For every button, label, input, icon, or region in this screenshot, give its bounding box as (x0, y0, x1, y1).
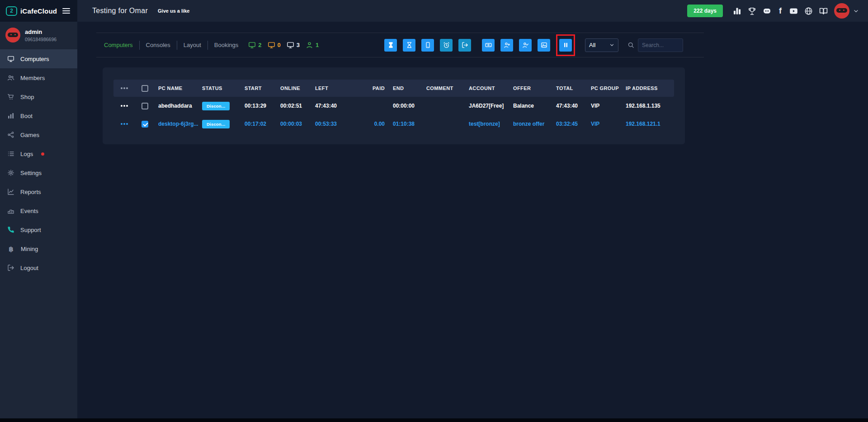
column-header-total: TOTAL (552, 85, 587, 91)
end-cell: 01:10:38 (389, 121, 423, 127)
pc-name-cell[interactable]: desktop-6j3rg... (155, 121, 198, 127)
sidebar-item-settings[interactable]: Settings (0, 163, 77, 182)
trophy-icon[interactable] (748, 7, 756, 15)
games-icon (7, 131, 14, 138)
brand-name: iCafeCloud (20, 7, 57, 15)
sidebar-item-label: Events (20, 208, 38, 214)
select-value: All (589, 42, 595, 48)
tab-separator (139, 41, 140, 50)
column-header-status: STATUS (198, 85, 241, 91)
pcs-in-use-counter[interactable]: 2 (248, 41, 261, 49)
main-content: Computers Consoles Layout Bookings 2 0 3 (77, 22, 868, 418)
cash-icon (485, 42, 492, 48)
table-row: desktop-6j3rg... Discon... 00:17:02 00:0… (113, 115, 674, 133)
youtube-icon[interactable] (789, 7, 798, 15)
days-remaining-button[interactable]: 222 days (687, 5, 723, 17)
row-checkbox[interactable] (142, 121, 148, 128)
counter-value: 1 (316, 42, 319, 48)
screenshot-button[interactable] (538, 39, 550, 52)
hamburger-menu-icon[interactable] (61, 6, 72, 15)
counter-value: 2 (258, 42, 261, 48)
sidebar-item-label: Shop (20, 94, 34, 100)
globe-icon[interactable] (804, 7, 813, 15)
sidebar-item-logs[interactable]: Logs (0, 144, 77, 163)
sidebar-item-label: Computers (20, 56, 49, 62)
discord-icon[interactable] (763, 7, 771, 15)
sidebar-item-boot[interactable]: Boot (0, 106, 77, 125)
tab-consoles[interactable]: Consoles (146, 42, 170, 48)
brand-logo-glyph: 2 (10, 8, 13, 14)
sidebar-item-games[interactable]: Games (0, 125, 77, 144)
tab-layout[interactable]: Layout (184, 42, 201, 48)
pcs-off-counter[interactable]: 0 (268, 41, 281, 49)
status-badge: Discon... (202, 120, 230, 128)
account-cell: JA6D27[Free] (465, 103, 509, 109)
sidebar-item-label: Reports (20, 189, 41, 195)
alarm-button[interactable] (440, 39, 453, 52)
hourglass-button[interactable] (384, 39, 397, 52)
pcs-total-counter[interactable]: 3 (287, 41, 300, 49)
profile-avatar[interactable] (5, 28, 20, 43)
sidebar-item-label: Boot (20, 113, 33, 119)
phone-icon (7, 226, 14, 233)
left-cell: 00:53:33 (311, 121, 349, 127)
sign-out-icon (462, 42, 468, 48)
give-us-a-like-link[interactable]: Give us a like (158, 8, 189, 14)
sidebar-item-support[interactable]: Support (0, 220, 77, 239)
online-cell: 00:00:03 (277, 121, 311, 127)
mobile-button[interactable] (421, 39, 434, 52)
sidebar-item-logout[interactable]: Logout (0, 258, 77, 277)
row-menu-icon[interactable] (123, 123, 125, 125)
profile-block: admin 096184986696 (0, 22, 77, 49)
select-all-checkbox[interactable] (142, 85, 148, 92)
brand-area: 2 iCafeCloud (0, 0, 77, 22)
sidebar-item-shop[interactable]: Shop (0, 87, 77, 106)
hourglass-icon (387, 42, 394, 48)
sidebar-item-members[interactable]: Members (0, 68, 77, 87)
tab-computers[interactable]: Computers (104, 42, 133, 48)
user-avatar[interactable] (834, 3, 849, 19)
sidebar-item-label: Settings (20, 170, 42, 176)
sidebar-item-reports[interactable]: Reports (0, 182, 77, 201)
sidebar-item-events[interactable]: Events (0, 201, 77, 220)
chevron-down-icon (609, 43, 614, 47)
paid-cell: 0.00 (349, 121, 389, 127)
members-icon (7, 74, 14, 81)
members-online-counter[interactable]: 1 (306, 41, 319, 49)
hourglass-alt-button[interactable] (403, 39, 415, 52)
sidebar-item-mining[interactable]: ฿ Mining (0, 239, 77, 258)
assign-member-button[interactable] (519, 39, 532, 52)
start-cell: 00:13:29 (241, 103, 277, 109)
monitor-icon (268, 41, 275, 49)
podium-icon (7, 207, 14, 214)
row-menu-icon[interactable] (123, 105, 125, 107)
add-member-button[interactable] (500, 39, 513, 52)
ip-address-cell: 192.168.1.135 (622, 103, 674, 109)
sign-out-session-button[interactable] (458, 39, 471, 52)
counter-value: 0 (278, 42, 281, 48)
sidebar-item-label: Members (20, 75, 45, 81)
sidebar-item-computers[interactable]: Computers (0, 49, 77, 68)
tab-separator (177, 41, 177, 50)
status-counters: 2 0 3 1 (248, 41, 319, 49)
pc-group-filter-select[interactable]: All (585, 38, 618, 52)
facebook-icon[interactable]: f (778, 7, 783, 15)
cash-button[interactable] (482, 39, 495, 52)
offer-cell: Balance (509, 103, 552, 109)
pc-name-cell[interactable]: abedhaddara (155, 103, 198, 109)
sidebar-item-label: Games (20, 132, 39, 138)
pause-button[interactable] (559, 39, 572, 52)
handbook-icon[interactable] (819, 7, 828, 15)
search-input[interactable] (638, 38, 683, 52)
account-chevron-down-icon[interactable] (853, 8, 859, 14)
column-header-end: END (389, 85, 423, 91)
column-header-comment: COMMENT (423, 85, 465, 91)
pc-group-cell: VIP (587, 121, 622, 127)
person-icon (306, 41, 313, 49)
gear-icon (7, 169, 14, 176)
stats-icon[interactable] (733, 7, 741, 15)
boot-bars-icon (7, 112, 14, 119)
row-checkbox[interactable] (142, 103, 148, 109)
tab-bookings[interactable]: Bookings (214, 42, 238, 48)
column-header-pc-group: PC GROUP (587, 85, 622, 91)
